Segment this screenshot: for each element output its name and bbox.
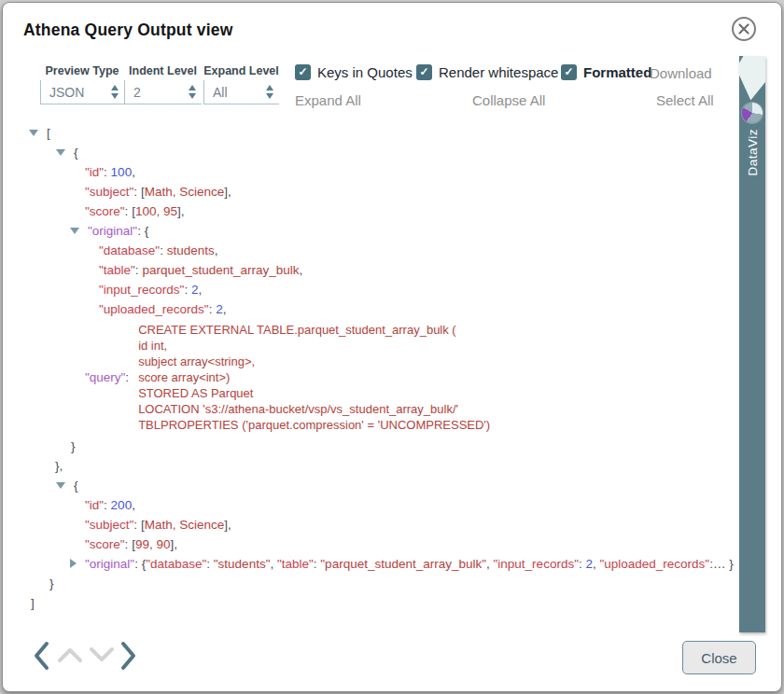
json-token: , [228, 185, 231, 199]
chevron-down-icon[interactable] [89, 646, 115, 663]
json-token: "parquet_student_array_bulk" [320, 557, 486, 571]
json-row: "original": { [3, 221, 748, 241]
collapse-arrow-icon[interactable] [56, 149, 65, 156]
chevron-up-icon[interactable] [57, 646, 83, 663]
spinner-arrows-icon [111, 85, 119, 99]
json-token: { [145, 224, 149, 238]
json-token: , [300, 263, 303, 277]
checkbox-keys-in-quotes[interactable]: ✓ Keys in Quotes [295, 64, 413, 80]
json-row: { [3, 476, 748, 495]
ribbon-fold-icon [739, 56, 765, 106]
json-token: , [132, 498, 135, 512]
json-row: "score": [99, 90], [3, 534, 748, 554]
checkbox-render-whitespace[interactable]: ✓ Render whitespace [416, 64, 558, 80]
download-link[interactable]: Download [650, 65, 712, 81]
json-token: 200 [111, 498, 133, 512]
json-token: "table" [277, 557, 314, 571]
chevron-left-icon[interactable] [32, 641, 50, 671]
checkbox-checked-icon: ✓ [295, 64, 311, 80]
spinner-arrows-icon [266, 85, 273, 99]
json-token: "students" [214, 557, 271, 571]
indent-level-group: Indent Level 2 [124, 64, 202, 104]
expand-all-link[interactable]: Expand All [295, 92, 361, 108]
checkbox-formatted[interactable]: ✓ Formatted [561, 64, 651, 80]
json-token: : [104, 165, 111, 179]
json-row: "subject": [Math, Science], [3, 182, 748, 201]
json-token: "id" [85, 498, 104, 512]
spinner-arrows-icon [189, 85, 196, 99]
json-token: "input_records" [99, 283, 184, 297]
json-tree: [{"id": 100,"subject": [Math, Science],"… [3, 123, 748, 633]
query-value-block: CREATE EXTERNAL TABLE.parquet_student_ar… [138, 322, 490, 433]
indent-level-value: 2 [133, 85, 185, 100]
json-token: "original" [85, 557, 134, 571]
json-token: }, [55, 459, 63, 473]
page-title: Athena Query Output view [23, 21, 233, 40]
expand-level-group: Expand Level All [203, 64, 279, 104]
json-token: , [215, 243, 218, 257]
expand-level-select[interactable]: All [203, 80, 279, 104]
json-token: : [160, 243, 167, 257]
json-token: "uploaded_records" [599, 557, 709, 571]
json-token: ] [31, 596, 35, 610]
json-token: : [184, 283, 191, 297]
select-all-link[interactable]: Select All [656, 92, 714, 108]
expand-arrow-icon[interactable] [70, 559, 77, 568]
json-token: "uploaded_records" [99, 302, 209, 316]
json-row: "uploaded_records": 2, [3, 299, 748, 319]
close-button[interactable]: Close [682, 641, 756, 674]
json-token: "score" [85, 204, 125, 218]
json-row: "database": students, [3, 241, 748, 260]
json-token: , [132, 165, 135, 179]
json-row: "table": parquet_student_array_bulk, [3, 260, 748, 280]
collapse-arrow-icon[interactable] [56, 482, 65, 489]
json-token: "query" [85, 368, 125, 387]
checkbox-checked-icon: ✓ [416, 64, 432, 80]
json-token: : [134, 557, 142, 571]
preview-type-select[interactable]: JSON [40, 80, 124, 104]
json-token: "subject" [85, 518, 133, 532]
json-token: 2 [216, 302, 223, 316]
json-row: "original": {"database": "students", "ta… [3, 554, 748, 574]
json-token: : [133, 185, 141, 199]
json-row: ] [3, 593, 748, 613]
json-token: : [137, 224, 145, 238]
chevron-right-icon[interactable] [119, 641, 138, 671]
json-token: : [104, 498, 111, 512]
indent-level-label: Indent Level [124, 64, 202, 77]
dataviz-tab[interactable]: DataViz [739, 56, 765, 632]
json-token: :… [709, 557, 729, 571]
athena-output-modal: Athena Query Output view Preview Type JS… [2, 2, 782, 692]
json-token: : [206, 557, 214, 571]
json-token: parquet_student_array_bulk [142, 263, 299, 277]
preview-type-label: Preview Type [40, 64, 124, 77]
json-token: 100, 95 [135, 204, 177, 218]
json-token: "input_records" [494, 557, 579, 571]
close-icon[interactable] [731, 16, 757, 42]
json-row: [ [3, 123, 748, 143]
json-token: "subject" [85, 185, 133, 199]
json-row: { [3, 143, 748, 162]
json-row: "subject": [Math, Science], [3, 515, 748, 534]
indent-level-select[interactable]: 2 [124, 80, 202, 104]
json-token: , [174, 537, 177, 551]
collapse-all-link[interactable]: Collapse All [472, 92, 545, 108]
expand-level-value: All [213, 85, 262, 100]
json-token: : [125, 204, 133, 218]
json-token: , [486, 557, 494, 571]
json-token: , [181, 204, 185, 218]
preview-type-value: JSON [49, 85, 107, 100]
json-token: : [133, 518, 141, 532]
json-token: , [198, 283, 202, 297]
json-token: , [228, 518, 231, 532]
json-row: }, [3, 456, 748, 476]
collapse-arrow-icon[interactable] [29, 130, 38, 136]
collapse-arrow-icon[interactable] [70, 228, 79, 234]
json-token: { [74, 146, 78, 160]
json-row: "input_records": 2, [3, 280, 748, 299]
json-row: "id": 100, [3, 162, 748, 182]
json-token: : [125, 537, 133, 551]
json-token: "id" [85, 165, 104, 179]
json-token: , [270, 557, 277, 571]
json-token: students [167, 243, 215, 257]
